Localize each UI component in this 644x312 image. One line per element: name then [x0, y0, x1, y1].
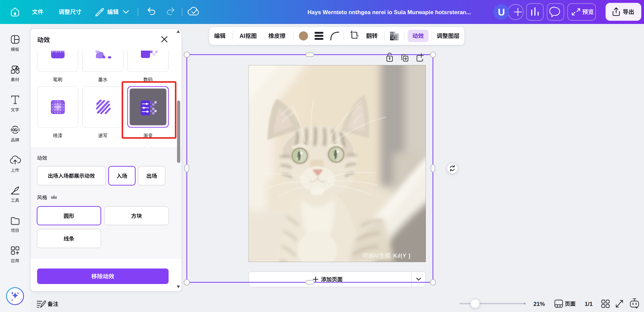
- svg-text:U: U: [498, 7, 505, 18]
- svg-text:21%: 21%: [533, 301, 545, 307]
- svg-text:K∂|Y ]: K∂|Y ]: [393, 253, 410, 259]
- svg-text:1/1: 1/1: [585, 301, 593, 307]
- svg-text:Hays Wernteto nnthgea nerei io: Hays Wernteto nnthgea nerei io Sula Murw…: [308, 9, 471, 16]
